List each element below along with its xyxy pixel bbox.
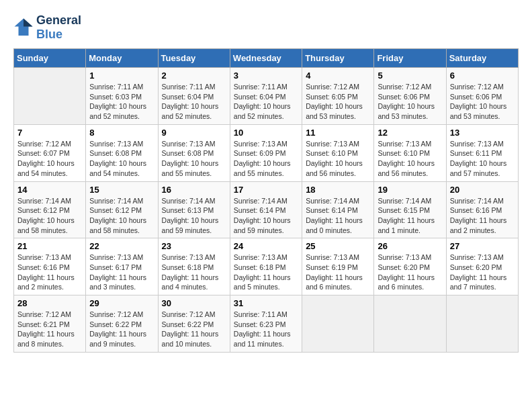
- header-monday: Monday: [86, 49, 158, 68]
- day-number: 11: [306, 128, 370, 138]
- calendar-cell: 16 Sunrise: 7:14 AM Sunset: 6:13 PM Dayl…: [158, 181, 230, 238]
- calendar-cell: 12 Sunrise: 7:13 AM Sunset: 6:10 PM Dayl…: [374, 124, 446, 181]
- calendar-cell: 20 Sunrise: 7:14 AM Sunset: 6:16 PM Dayl…: [446, 181, 518, 238]
- day-info: Sunrise: 7:14 AM Sunset: 6:14 PM Dayligh…: [306, 196, 370, 236]
- day-number: 30: [162, 298, 226, 308]
- header-friday: Friday: [374, 49, 446, 68]
- day-info: Sunrise: 7:13 AM Sunset: 6:08 PM Dayligh…: [89, 139, 154, 179]
- calendar-cell: 19 Sunrise: 7:14 AM Sunset: 6:15 PM Dayl…: [374, 181, 446, 238]
- logo: General Blue: [13, 13, 81, 42]
- day-number: 22: [89, 241, 154, 251]
- calendar-cell: 9 Sunrise: 7:13 AM Sunset: 6:08 PM Dayli…: [158, 124, 230, 181]
- day-number: 3: [234, 71, 298, 81]
- calendar-cell: 1 Sunrise: 7:11 AM Sunset: 6:03 PM Dayli…: [86, 68, 158, 125]
- day-number: 25: [306, 241, 370, 251]
- day-info: Sunrise: 7:13 AM Sunset: 6:08 PM Dayligh…: [162, 139, 226, 179]
- day-number: 23: [162, 241, 226, 251]
- day-number: 27: [450, 241, 515, 251]
- day-info: Sunrise: 7:14 AM Sunset: 6:15 PM Dayligh…: [378, 196, 442, 236]
- day-info: Sunrise: 7:11 AM Sunset: 6:03 PM Dayligh…: [89, 82, 154, 122]
- day-number: 10: [234, 128, 298, 138]
- day-number: 7: [17, 128, 82, 138]
- calendar-cell: 6 Sunrise: 7:12 AM Sunset: 6:06 PM Dayli…: [446, 68, 518, 125]
- calendar-cell: 22 Sunrise: 7:13 AM Sunset: 6:17 PM Dayl…: [86, 238, 158, 295]
- header-sunday: Sunday: [14, 49, 86, 68]
- day-info: Sunrise: 7:12 AM Sunset: 6:05 PM Dayligh…: [306, 82, 370, 122]
- day-number: 1: [89, 71, 154, 81]
- calendar-week-row: 1 Sunrise: 7:11 AM Sunset: 6:03 PM Dayli…: [14, 68, 519, 125]
- header-tuesday: Tuesday: [158, 49, 230, 68]
- day-info: Sunrise: 7:12 AM Sunset: 6:06 PM Dayligh…: [378, 82, 442, 122]
- day-number: 13: [450, 128, 515, 138]
- day-number: 28: [17, 298, 82, 308]
- calendar-cell: 18 Sunrise: 7:14 AM Sunset: 6:14 PM Dayl…: [302, 181, 374, 238]
- calendar-cell: 26 Sunrise: 7:13 AM Sunset: 6:20 PM Dayl…: [374, 238, 446, 295]
- day-number: 5: [378, 71, 442, 81]
- day-info: Sunrise: 7:13 AM Sunset: 6:11 PM Dayligh…: [450, 139, 515, 179]
- day-info: Sunrise: 7:12 AM Sunset: 6:07 PM Dayligh…: [17, 139, 82, 179]
- header-thursday: Thursday: [302, 49, 374, 68]
- day-number: 2: [162, 71, 226, 81]
- calendar-cell: 28 Sunrise: 7:12 AM Sunset: 6:21 PM Dayl…: [14, 295, 86, 353]
- day-number: 15: [89, 185, 154, 195]
- calendar-cell: 23 Sunrise: 7:13 AM Sunset: 6:18 PM Dayl…: [158, 238, 230, 295]
- day-number: 24: [234, 241, 298, 251]
- calendar-cell: 31 Sunrise: 7:11 AM Sunset: 6:23 PM Dayl…: [230, 295, 302, 353]
- calendar-cell: 5 Sunrise: 7:12 AM Sunset: 6:06 PM Dayli…: [374, 68, 446, 125]
- calendar-cell: [14, 68, 86, 125]
- day-info: Sunrise: 7:13 AM Sunset: 6:16 PM Dayligh…: [17, 253, 82, 292]
- day-number: 20: [450, 185, 515, 195]
- day-number: 18: [306, 185, 370, 195]
- calendar-cell: 7 Sunrise: 7:12 AM Sunset: 6:07 PM Dayli…: [14, 124, 86, 181]
- day-info: Sunrise: 7:13 AM Sunset: 6:18 PM Dayligh…: [234, 253, 298, 292]
- calendar-cell: 17 Sunrise: 7:14 AM Sunset: 6:14 PM Dayl…: [230, 181, 302, 238]
- day-number: 31: [234, 298, 298, 308]
- calendar-table: SundayMondayTuesdayWednesdayThursdayFrid…: [13, 48, 519, 353]
- day-info: Sunrise: 7:13 AM Sunset: 6:20 PM Dayligh…: [378, 253, 442, 292]
- day-info: Sunrise: 7:14 AM Sunset: 6:12 PM Dayligh…: [17, 196, 82, 236]
- calendar-cell: 21 Sunrise: 7:13 AM Sunset: 6:16 PM Dayl…: [14, 238, 86, 295]
- day-info: Sunrise: 7:11 AM Sunset: 6:23 PM Dayligh…: [234, 310, 298, 349]
- day-info: Sunrise: 7:14 AM Sunset: 6:13 PM Dayligh…: [162, 196, 226, 236]
- day-info: Sunrise: 7:13 AM Sunset: 6:10 PM Dayligh…: [306, 139, 370, 179]
- day-number: 12: [378, 128, 442, 138]
- day-number: 17: [234, 185, 298, 195]
- calendar-cell: 29 Sunrise: 7:12 AM Sunset: 6:22 PM Dayl…: [86, 295, 158, 353]
- calendar-cell: 30 Sunrise: 7:12 AM Sunset: 6:22 PM Dayl…: [158, 295, 230, 353]
- calendar-cell: 11 Sunrise: 7:13 AM Sunset: 6:10 PM Dayl…: [302, 124, 374, 181]
- calendar-cell: 4 Sunrise: 7:12 AM Sunset: 6:05 PM Dayli…: [302, 68, 374, 125]
- day-number: 29: [89, 298, 154, 308]
- day-info: Sunrise: 7:14 AM Sunset: 6:12 PM Dayligh…: [89, 196, 154, 236]
- day-number: 8: [89, 128, 154, 138]
- calendar-cell: 3 Sunrise: 7:11 AM Sunset: 6:04 PM Dayli…: [230, 68, 302, 125]
- day-number: 14: [17, 185, 82, 195]
- day-number: 4: [306, 71, 370, 81]
- calendar-cell: 24 Sunrise: 7:13 AM Sunset: 6:18 PM Dayl…: [230, 238, 302, 295]
- calendar-week-row: 14 Sunrise: 7:14 AM Sunset: 6:12 PM Dayl…: [14, 181, 519, 238]
- page-header: General Blue: [13, 13, 519, 42]
- header-wednesday: Wednesday: [230, 49, 302, 68]
- calendar-cell: 13 Sunrise: 7:13 AM Sunset: 6:11 PM Dayl…: [446, 124, 518, 181]
- day-info: Sunrise: 7:12 AM Sunset: 6:22 PM Dayligh…: [89, 310, 154, 349]
- day-info: Sunrise: 7:11 AM Sunset: 6:04 PM Dayligh…: [234, 82, 298, 122]
- day-info: Sunrise: 7:13 AM Sunset: 6:19 PM Dayligh…: [306, 253, 370, 292]
- calendar-cell: 8 Sunrise: 7:13 AM Sunset: 6:08 PM Dayli…: [86, 124, 158, 181]
- calendar-week-row: 28 Sunrise: 7:12 AM Sunset: 6:21 PM Dayl…: [14, 295, 519, 353]
- day-info: Sunrise: 7:12 AM Sunset: 6:06 PM Dayligh…: [450, 82, 515, 122]
- logo-text: General Blue: [36, 13, 81, 42]
- day-info: Sunrise: 7:13 AM Sunset: 6:09 PM Dayligh…: [234, 139, 298, 179]
- day-number: 26: [378, 241, 442, 251]
- calendar-cell: [446, 295, 518, 353]
- calendar-cell: 25 Sunrise: 7:13 AM Sunset: 6:19 PM Dayl…: [302, 238, 374, 295]
- calendar-cell: 15 Sunrise: 7:14 AM Sunset: 6:12 PM Dayl…: [86, 181, 158, 238]
- day-number: 16: [162, 185, 226, 195]
- calendar-cell: 27 Sunrise: 7:13 AM Sunset: 6:20 PM Dayl…: [446, 238, 518, 295]
- day-info: Sunrise: 7:14 AM Sunset: 6:16 PM Dayligh…: [450, 196, 515, 236]
- day-info: Sunrise: 7:12 AM Sunset: 6:22 PM Dayligh…: [162, 310, 226, 349]
- header-saturday: Saturday: [446, 49, 518, 68]
- day-number: 6: [450, 71, 515, 81]
- day-info: Sunrise: 7:12 AM Sunset: 6:21 PM Dayligh…: [17, 310, 82, 349]
- day-info: Sunrise: 7:13 AM Sunset: 6:17 PM Dayligh…: [89, 253, 154, 292]
- calendar-week-row: 21 Sunrise: 7:13 AM Sunset: 6:16 PM Dayl…: [14, 238, 519, 295]
- calendar-cell: 10 Sunrise: 7:13 AM Sunset: 6:09 PM Dayl…: [230, 124, 302, 181]
